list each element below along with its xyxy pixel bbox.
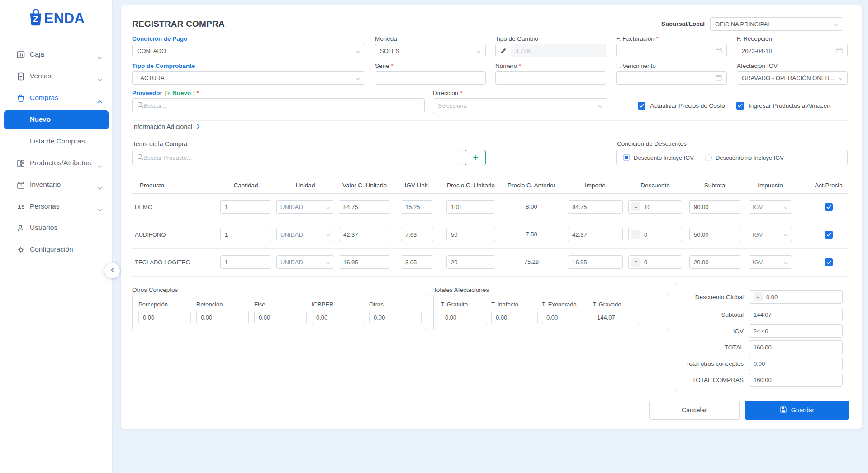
sidebar-item-compras[interactable]: Compras <box>0 87 112 109</box>
tipo-comprobante-select[interactable]: FACTURA <box>132 71 365 85</box>
f-vencimiento-input[interactable] <box>621 75 716 81</box>
serie-input[interactable] <box>380 75 481 81</box>
numero-input[interactable] <box>500 75 601 81</box>
impuesto-select[interactable]: IGV <box>749 255 792 269</box>
condicion-pago-select[interactable]: CONTADO <box>132 44 365 57</box>
tipo-cambio-input[interactable] <box>515 48 601 54</box>
sidebar-item-ventas[interactable]: Ventas <box>0 66 112 87</box>
product-search-input[interactable] <box>143 154 457 161</box>
precio-unitario-input[interactable] <box>446 228 495 241</box>
chevron-down-icon <box>831 21 838 28</box>
igv-unitario-input[interactable] <box>401 228 433 241</box>
sidebar-item-configuracion[interactable]: Configuración <box>0 239 112 261</box>
t-inafecto-input[interactable] <box>491 311 538 324</box>
descuento-incluye-igv-radio[interactable] <box>623 154 630 161</box>
t-exonerado-input[interactable] <box>542 311 588 324</box>
descuento-field[interactable]: =0 <box>628 255 682 269</box>
f-recepcion-input[interactable] <box>742 48 836 54</box>
sidebar-item-caja[interactable]: Caja <box>0 44 112 66</box>
nuevo-proveedor-link[interactable]: [+ Nuevo ] <box>165 90 195 96</box>
actualizar-precios-checkbox[interactable] <box>638 102 645 110</box>
descuento-field[interactable]: =0 <box>628 228 682 241</box>
proveedor-search-input[interactable] <box>143 102 420 109</box>
chevron-down-icon <box>784 259 788 266</box>
impuesto-select[interactable]: IGV <box>749 228 792 241</box>
direccion-select[interactable]: Selecciona <box>433 98 607 113</box>
unidad-select[interactable]: UNIDAD <box>276 255 334 269</box>
descuento-field[interactable]: =10 <box>628 200 682 214</box>
impuesto-select[interactable]: IGV <box>749 200 792 214</box>
icbper-input[interactable] <box>312 311 364 324</box>
equals-badge: = <box>631 230 640 239</box>
otros-input[interactable] <box>369 311 422 324</box>
importe-input[interactable] <box>568 255 623 269</box>
act-precio-checkbox[interactable] <box>825 258 833 266</box>
cantidad-input[interactable] <box>220 200 271 214</box>
column-header: Subtotal <box>689 182 741 189</box>
informacion-adicional-toggle[interactable]: Información Adicional <box>132 123 200 130</box>
sidebar-item-lista-de-compras[interactable]: Lista de Compras <box>0 131 112 153</box>
fise-input[interactable] <box>254 311 307 324</box>
retencion-input[interactable] <box>196 311 249 324</box>
descuentos-radio-group: Descuento Incluye IGV Descuento no Inclu… <box>616 150 848 165</box>
t-gratuito-input[interactable] <box>441 311 487 324</box>
chevron-down-icon <box>326 259 330 266</box>
total-field: 160.00 <box>749 340 843 354</box>
cantidad-input[interactable] <box>220 228 271 241</box>
cantidad-input[interactable] <box>220 255 271 269</box>
divider <box>132 135 848 135</box>
serie-label: Serie* <box>375 62 394 69</box>
unidad-select[interactable]: UNIDAD <box>276 200 334 214</box>
moneda-select[interactable]: SOLES <box>375 44 486 57</box>
importe-input[interactable] <box>568 200 623 214</box>
act-precio-checkbox[interactable] <box>825 231 833 239</box>
igv-row: IGV 24.40 <box>674 324 849 338</box>
sidebar-item-nuevo[interactable]: Nuevo <box>4 110 109 129</box>
f-recepcion-field <box>737 44 848 57</box>
tipo-comprobante-label: Tipo de Comprobante <box>132 62 195 69</box>
sidebar-item-usuarios[interactable]: Usuarios <box>0 217 112 239</box>
sidebar-item-productos-atributos[interactable]: Productos/Atributos <box>0 153 112 174</box>
add-product-button[interactable]: + <box>465 150 486 165</box>
percepcion-input[interactable] <box>138 311 191 324</box>
equals-badge: = <box>631 258 640 267</box>
logo-text: ENDA <box>44 11 85 25</box>
column-header: Act.Precio <box>810 182 848 189</box>
descuento-no-incluye-igv-radio[interactable] <box>705 154 712 161</box>
act-precio-checkbox[interactable] <box>825 203 833 211</box>
save-button[interactable]: Guardar <box>745 401 849 420</box>
precio-unitario-input[interactable] <box>446 255 495 269</box>
valor-unitario-input[interactable] <box>339 255 390 269</box>
valor-unitario-input[interactable] <box>339 228 390 241</box>
chevron-down-icon <box>97 53 102 62</box>
column-header: IGV Unit. <box>401 182 433 189</box>
column-header: Impuesto <box>749 182 792 189</box>
sucursal-select[interactable]: OFICINA PRINCIPAL <box>710 17 843 31</box>
igv-unitario-input[interactable] <box>401 255 433 269</box>
pencil-icon[interactable] <box>496 44 511 57</box>
sidebar-item-personas[interactable]: Personas <box>0 196 112 218</box>
proveedor-label: Proveedor[+ Nuevo ]* <box>132 90 199 96</box>
igv-unitario-input[interactable] <box>401 200 433 214</box>
f-vencimiento-field <box>616 71 727 85</box>
precio-unitario-input[interactable] <box>446 200 495 214</box>
ingresar-almacen-label: Ingresar Productos a Almacen <box>749 102 830 109</box>
subtotal-input[interactable] <box>689 255 741 269</box>
subtotal-input[interactable] <box>689 228 741 241</box>
unidad-select[interactable]: UNIDAD <box>276 228 334 241</box>
column-header: Precio C. Unitario <box>446 182 495 189</box>
t-gravado-input[interactable] <box>593 311 639 324</box>
f-facturacion-input[interactable] <box>621 48 716 54</box>
descuento-global-field[interactable]: =0.00 <box>749 290 843 304</box>
ingresar-almacen-checkbox[interactable] <box>736 102 744 110</box>
sidebar-item-inventario[interactable]: Inventario <box>0 174 112 196</box>
importe-input[interactable] <box>568 228 623 241</box>
total-compras-field: 160.00 <box>749 373 843 387</box>
product-search-field <box>132 150 462 165</box>
afectacion-igv-select[interactable]: GRAVADO - OPERACIÓN ONER... <box>737 71 848 85</box>
cancel-button[interactable]: Cancelar <box>649 401 740 420</box>
sidebar-collapse-button[interactable] <box>104 263 120 278</box>
subtotal-input[interactable] <box>689 200 741 214</box>
valor-unitario-input[interactable] <box>339 200 390 214</box>
subtotal-row: Subtotal 144.07 <box>674 308 849 321</box>
